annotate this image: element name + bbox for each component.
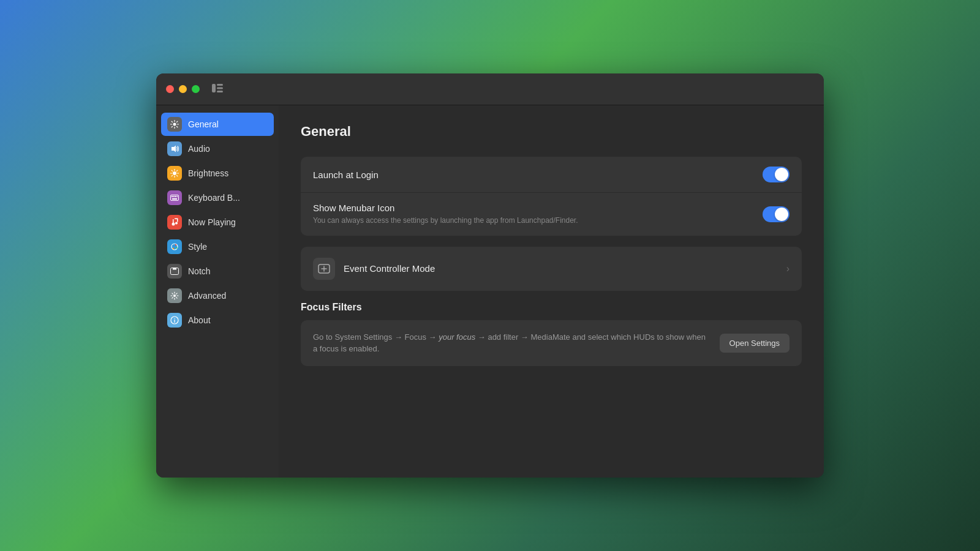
show-menubar-icon-toggle[interactable]: [763, 206, 790, 222]
sidebar-item-nowplaying[interactable]: Now Playing: [161, 211, 274, 234]
launch-at-login-content: Launch at Login: [313, 170, 763, 180]
svg-text:i: i: [174, 318, 176, 324]
event-controller-row[interactable]: Event Controller Mode ›: [301, 247, 802, 291]
focus-filters-text-part1: Go to System Settings → Focus →: [313, 332, 439, 342]
traffic-lights: [166, 85, 200, 93]
svg-line-13: [176, 170, 177, 171]
keyboard-icon: [167, 190, 182, 205]
minimize-button[interactable]: [179, 85, 187, 93]
svg-rect-1: [217, 84, 223, 86]
focus-filters-description: Go to System Settings → Focus → your foc…: [313, 331, 707, 355]
sidebar-item-notch[interactable]: Notch: [161, 260, 274, 283]
svg-point-28: [175, 244, 176, 246]
audio-icon: [167, 141, 182, 156]
svg-line-12: [176, 175, 177, 176]
svg-line-11: [172, 170, 172, 171]
sidebar-item-style[interactable]: Style: [161, 235, 274, 258]
advanced-icon: [167, 288, 182, 303]
style-icon: [167, 239, 182, 254]
sidebar-item-general-label: General: [188, 119, 219, 129]
event-controller-icon: [313, 258, 335, 280]
focus-filters-section-title: Focus Filters: [301, 302, 802, 313]
nowplaying-icon: [167, 215, 182, 230]
close-button[interactable]: [166, 85, 174, 93]
svg-line-14: [172, 175, 172, 176]
launch-at-login-toggle[interactable]: [763, 167, 790, 182]
maximize-button[interactable]: [192, 85, 200, 93]
general-icon: [167, 117, 182, 132]
launch-at-login-label: Launch at Login: [313, 170, 763, 180]
launch-at-login-row: Launch at Login: [301, 157, 802, 193]
show-menubar-icon-content: Show Menubar Icon You can always access …: [313, 203, 763, 226]
chevron-right-icon: ›: [786, 263, 790, 274]
svg-rect-20: [172, 198, 177, 200]
svg-point-27: [172, 245, 173, 246]
main-content: General Launch at Login Show Menubar Ico…: [279, 105, 824, 478]
svg-rect-17: [173, 196, 175, 197]
sidebar-item-advanced[interactable]: Advanced: [161, 284, 274, 307]
toggles-card: Launch at Login Show Menubar Icon You ca…: [301, 157, 802, 236]
brightness-icon: [167, 166, 182, 181]
sidebar-item-general[interactable]: General: [161, 113, 274, 136]
about-icon: i: [167, 313, 182, 328]
svg-rect-15: [171, 195, 179, 201]
sidebar-item-about-label: About: [188, 315, 211, 325]
svg-rect-18: [175, 196, 176, 197]
sidebar-item-audio-label: Audio: [188, 144, 210, 154]
toggle-knob-2: [775, 208, 788, 221]
svg-rect-0: [212, 84, 216, 92]
svg-rect-3: [217, 91, 223, 92]
event-controller-card[interactable]: Event Controller Mode ›: [301, 247, 802, 291]
svg-rect-2: [217, 88, 223, 89]
titlebar: [156, 73, 824, 105]
svg-point-30: [173, 248, 174, 249]
sidebar-item-notch-label: Notch: [188, 266, 211, 276]
show-menubar-icon-label: Show Menubar Icon: [313, 203, 763, 213]
svg-rect-32: [173, 268, 176, 270]
notch-icon: [167, 264, 182, 279]
svg-point-4: [173, 123, 176, 126]
svg-rect-24: [177, 219, 178, 222]
show-menubar-icon-row: Show Menubar Icon You can always access …: [301, 193, 802, 236]
sidebar-toggle-button[interactable]: [212, 83, 223, 96]
focus-filters-text-italic: your focus: [439, 332, 475, 342]
sidebar: General Audio: [156, 105, 279, 478]
svg-rect-22: [173, 219, 174, 223]
sidebar-item-brightness-label: Brightness: [188, 168, 228, 178]
svg-rect-16: [172, 196, 173, 197]
open-settings-button[interactable]: Open Settings: [720, 334, 790, 353]
sidebar-item-brightness[interactable]: Brightness: [161, 162, 274, 185]
toggle-knob: [775, 168, 788, 181]
page-title: General: [301, 124, 802, 140]
event-controller-label: Event Controller Mode: [344, 263, 786, 274]
svg-point-33: [173, 294, 176, 297]
svg-rect-19: [177, 196, 178, 197]
svg-point-29: [176, 247, 177, 249]
svg-point-25: [175, 222, 178, 225]
sidebar-item-about[interactable]: i About: [161, 309, 274, 332]
sidebar-item-audio[interactable]: Audio: [161, 137, 274, 160]
sidebar-item-keyboard[interactable]: Keyboard B...: [161, 186, 274, 209]
svg-point-6: [173, 171, 176, 175]
sidebar-item-nowplaying-label: Now Playing: [188, 217, 236, 227]
svg-point-26: [172, 244, 178, 250]
content-area: General Audio: [156, 105, 824, 478]
sidebar-item-keyboard-label: Keyboard B...: [188, 193, 240, 203]
sidebar-item-style-label: Style: [188, 242, 207, 252]
show-menubar-icon-subtitle: You can always access the settings by la…: [313, 216, 763, 226]
focus-filters-card: Go to System Settings → Focus → your foc…: [301, 320, 802, 366]
app-window: General Audio: [156, 73, 824, 478]
svg-marker-5: [172, 146, 176, 152]
sidebar-item-advanced-label: Advanced: [188, 291, 226, 301]
